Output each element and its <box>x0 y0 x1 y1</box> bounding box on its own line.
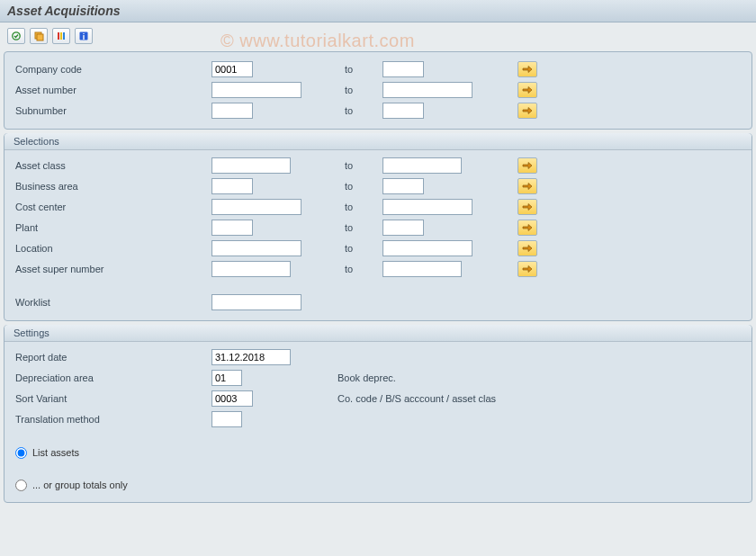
asset-number-to[interactable] <box>382 82 472 98</box>
page-title: Asset Acquisitions <box>0 0 756 22</box>
subnumber-to[interactable] <box>382 103 424 119</box>
worklist-field[interactable] <box>212 294 302 310</box>
worklist-label: Worklist <box>14 297 212 308</box>
translation-method-field[interactable] <box>212 411 242 427</box>
asset-super-number-from[interactable] <box>212 261 291 277</box>
to-label: to <box>328 160 382 171</box>
location-to[interactable] <box>382 240 472 256</box>
to-label: to <box>328 181 382 192</box>
plant-from[interactable] <box>212 220 253 236</box>
cost-center-from[interactable] <box>212 199 302 215</box>
multiple-selection-button[interactable] <box>518 82 537 98</box>
depreciation-area-label: Depreciation area <box>14 372 212 383</box>
svg-rect-5 <box>63 32 65 40</box>
svg-rect-3 <box>58 32 59 40</box>
asset-class-to[interactable] <box>382 157 462 174</box>
location-from[interactable] <box>212 240 302 256</box>
asset-super-number-to[interactable] <box>382 261 462 277</box>
asset-class-from[interactable] <box>212 157 291 174</box>
main-selection-panel: Company codetoAsset numbertoSubnumberto <box>4 51 752 130</box>
company-code-to[interactable] <box>382 61 424 77</box>
cost-center-to[interactable] <box>382 199 472 215</box>
business-area-from[interactable] <box>212 178 253 194</box>
location-label: Location <box>14 243 212 254</box>
multiple-selection-button[interactable] <box>518 157 537 174</box>
field-row: Locationto <box>14 238 742 258</box>
multiple-selection-button[interactable] <box>518 61 537 77</box>
multiple-selection-button[interactable] <box>518 261 537 277</box>
company-code-label: Company code <box>14 64 212 75</box>
depreciation-area-desc: Book deprec. <box>328 372 598 383</box>
svg-rect-4 <box>60 32 62 40</box>
multiple-selection-button[interactable] <box>518 178 537 194</box>
to-label: to <box>328 85 382 95</box>
settings-header: Settings <box>4 325 752 342</box>
group-totals-label: ... or group totals only <box>32 480 128 490</box>
asset-super-number-label: Asset super number <box>14 264 212 274</box>
sort-variant-label: Sort Variant <box>14 393 212 404</box>
svg-text:i: i <box>83 32 86 41</box>
multiple-selection-button[interactable] <box>518 240 537 256</box>
info-button[interactable]: i <box>75 28 93 44</box>
asset-number-from[interactable] <box>212 82 302 98</box>
get-variant-button[interactable] <box>30 28 48 44</box>
asset-class-label: Asset class <box>14 160 212 171</box>
settings-panel: Settings Report date Depreciation area B… <box>4 325 752 503</box>
svg-rect-2 <box>37 34 43 40</box>
plant-to[interactable] <box>382 220 424 236</box>
group-totals-radio[interactable] <box>15 480 27 491</box>
multiple-selection-button[interactable] <box>518 220 537 236</box>
sort-variant-desc: Co. code / B/S acccount / asset clas <box>328 393 598 404</box>
to-label: to <box>328 222 382 233</box>
execute-button[interactable] <box>7 28 25 44</box>
list-assets-label: List assets <box>32 447 79 458</box>
subnumber-label: Subnumber <box>14 105 212 116</box>
field-row: Asset super numberto <box>14 259 742 279</box>
translation-method-label: Translation method <box>14 414 212 425</box>
sort-variant-field[interactable] <box>212 390 253 407</box>
company-code-from[interactable] <box>212 61 253 77</box>
cost-center-label: Cost center <box>14 202 212 212</box>
field-row: Plantto <box>14 218 742 238</box>
business-area-label: Business area <box>14 181 212 192</box>
field-row: Cost centerto <box>14 197 742 217</box>
depreciation-area-field[interactable] <box>212 370 242 386</box>
selections-header: Selections <box>4 133 752 150</box>
selections-panel: Selections Asset classtoBusiness areatoC… <box>4 133 752 321</box>
selection-options-button[interactable] <box>52 28 70 44</box>
field-row: Subnumberto <box>14 101 742 121</box>
report-date-field[interactable] <box>212 349 291 365</box>
to-label: to <box>328 264 382 274</box>
to-label: to <box>328 243 382 254</box>
to-label: to <box>328 64 382 75</box>
field-row: Asset classto <box>14 156 742 175</box>
list-assets-radio[interactable] <box>15 447 27 459</box>
toolbar: i <box>0 22 756 48</box>
field-row: Business areato <box>14 176 742 196</box>
plant-label: Plant <box>14 222 212 233</box>
multiple-selection-button[interactable] <box>518 103 537 119</box>
report-date-label: Report date <box>14 352 212 363</box>
field-row: Company codeto <box>14 59 742 79</box>
asset-number-label: Asset number <box>14 85 212 95</box>
multiple-selection-button[interactable] <box>518 199 537 215</box>
field-row: Asset numberto <box>14 80 742 100</box>
subnumber-from[interactable] <box>212 103 253 119</box>
to-label: to <box>328 202 382 212</box>
business-area-to[interactable] <box>382 178 424 194</box>
to-label: to <box>328 105 382 116</box>
